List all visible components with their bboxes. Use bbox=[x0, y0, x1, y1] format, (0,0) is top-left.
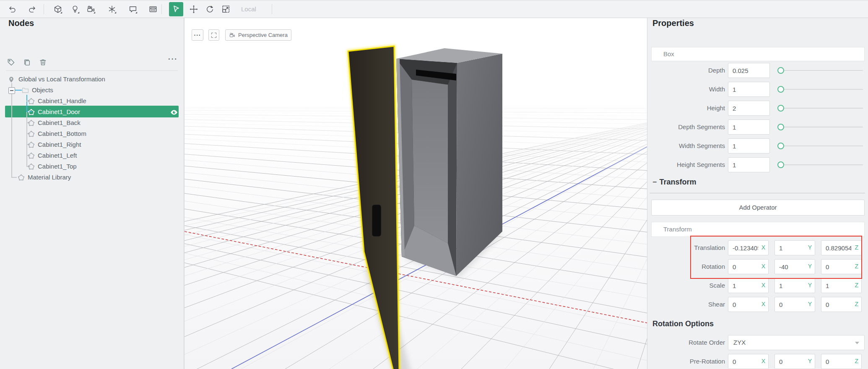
tree-item-cabinet1-back[interactable]: Cabinet1_Back bbox=[0, 117, 184, 128]
slider-knob[interactable] bbox=[777, 86, 784, 93]
viewport-fullscreen-button[interactable] bbox=[208, 29, 219, 41]
asset-board-button[interactable] bbox=[146, 2, 160, 16]
add-mesh-button[interactable] bbox=[51, 2, 65, 16]
cube-icon bbox=[53, 5, 62, 14]
toolbar-separator bbox=[161, 4, 162, 14]
pre-rotation-row: Pre-Rotation X Y Z bbox=[647, 353, 868, 369]
axis-x-label: X bbox=[761, 244, 765, 251]
transform-section-header[interactable]: −Transform bbox=[652, 178, 696, 187]
mesh-node-icon bbox=[28, 98, 35, 105]
height-input[interactable] bbox=[728, 101, 770, 116]
axis-y-label: Y bbox=[808, 244, 812, 251]
camera-selector-button[interactable]: Perspective Camera bbox=[225, 29, 291, 41]
asset-board-icon bbox=[148, 5, 158, 14]
property-row-height-segments: Height Segments bbox=[647, 157, 868, 173]
scale-row: Scale X Y Z bbox=[647, 278, 868, 294]
axis-x-label: X bbox=[761, 282, 765, 288]
axis-z-label: Z bbox=[855, 301, 858, 307]
property-row-height: Height bbox=[647, 100, 868, 116]
add-camera-button[interactable] bbox=[84, 2, 98, 16]
scale-tool-button[interactable] bbox=[219, 2, 233, 16]
axis-y-label: Y bbox=[808, 301, 812, 307]
coordinate-space-selector[interactable]: Local bbox=[241, 1, 256, 18]
axis-y-label: Y bbox=[808, 263, 812, 270]
mesh-node-icon bbox=[28, 141, 35, 148]
axis-x-label: X bbox=[761, 301, 765, 307]
box-section-header[interactable]: Box bbox=[651, 47, 865, 61]
depth-input[interactable] bbox=[728, 63, 770, 78]
door-handle bbox=[372, 205, 381, 236]
add-particles-button[interactable] bbox=[105, 2, 119, 16]
particle-icon bbox=[107, 5, 117, 14]
scene-render bbox=[185, 17, 647, 369]
move-tool-button[interactable] bbox=[187, 2, 201, 16]
viewport-menu-button[interactable]: ··· bbox=[192, 29, 203, 41]
redo-button[interactable] bbox=[25, 2, 39, 16]
shear-row: Shear X Y Z bbox=[647, 296, 868, 312]
slider-knob[interactable] bbox=[777, 143, 784, 149]
rotate-order-value: ZYX bbox=[733, 339, 746, 346]
height-slider[interactable] bbox=[776, 100, 865, 116]
axis-z-label: Z bbox=[855, 358, 858, 364]
library-node-icon bbox=[18, 174, 25, 181]
divider bbox=[650, 193, 865, 193]
height-segments-slider[interactable] bbox=[776, 157, 865, 173]
width-input[interactable] bbox=[728, 82, 770, 97]
add-annotation-button[interactable] bbox=[126, 2, 140, 16]
cabinet-body[interactable] bbox=[396, 48, 502, 276]
scene-pin-icon bbox=[8, 76, 15, 83]
toolbar-separator bbox=[272, 4, 272, 14]
collapse-expander-icon[interactable] bbox=[8, 87, 15, 94]
visibility-eye-icon[interactable] bbox=[170, 109, 178, 116]
width-segments-slider[interactable] bbox=[776, 138, 865, 154]
slider-knob[interactable] bbox=[777, 105, 784, 112]
redo-icon bbox=[28, 5, 37, 14]
expand-icon bbox=[211, 32, 217, 39]
tree-item-cabinet1-bottom[interactable]: Cabinet1_Bottom bbox=[0, 128, 184, 139]
tree-item-cabinet1-door[interactable]: Cabinet1_Door bbox=[0, 107, 184, 117]
undo-button[interactable] bbox=[5, 2, 19, 16]
property-row-width: Width bbox=[647, 81, 868, 97]
rotate-order-row: Rotate Order ZYX bbox=[647, 335, 868, 351]
undo-icon bbox=[8, 5, 17, 14]
height-segments-input[interactable] bbox=[728, 157, 770, 172]
mesh-node-icon bbox=[28, 109, 35, 116]
axis-y-label: Y bbox=[808, 358, 812, 364]
tree-row-root[interactable]: Global vs Local Transformation bbox=[0, 74, 184, 85]
properties-title: Properties bbox=[652, 18, 694, 28]
rotate-order-select[interactable]: ZYX bbox=[728, 335, 865, 350]
select-icon bbox=[172, 5, 181, 14]
depth-slider[interactable] bbox=[776, 62, 865, 78]
rotate-icon bbox=[205, 5, 214, 14]
depth-segments-slider[interactable] bbox=[776, 119, 865, 135]
move-icon bbox=[189, 5, 198, 14]
add-light-button[interactable] bbox=[68, 2, 82, 16]
translation-row: Translation X Y Z bbox=[647, 240, 868, 256]
width-segments-input[interactable] bbox=[728, 138, 770, 153]
transform-subsection-header[interactable]: Transform bbox=[651, 222, 865, 237]
add-operator-button[interactable]: Add Operator bbox=[651, 200, 865, 216]
viewport-3d-canvas[interactable]: ··· Perspective Camera bbox=[185, 17, 647, 369]
slider-knob[interactable] bbox=[777, 67, 784, 74]
slider-knob[interactable] bbox=[777, 161, 784, 168]
chevron-down-icon bbox=[855, 342, 859, 344]
mesh-node-icon bbox=[28, 152, 35, 159]
width-slider[interactable] bbox=[776, 81, 865, 97]
mesh-node-icon bbox=[28, 163, 35, 170]
tree-item-cabinet1-handle[interactable]: Cabinet1_Handle bbox=[0, 96, 184, 107]
tree-row-objects[interactable]: Objects bbox=[0, 85, 184, 96]
depth-segments-input[interactable] bbox=[728, 120, 770, 135]
tree-item-material-library[interactable]: Material Library bbox=[0, 172, 184, 183]
tree-item-cabinet1-top[interactable]: Cabinet1_Top bbox=[0, 161, 184, 172]
nodes-tree: Global vs Local Transformation Objects C… bbox=[0, 17, 184, 369]
slider-knob[interactable] bbox=[777, 124, 784, 130]
tree-item-cabinet1-left[interactable]: Cabinet1_Left bbox=[0, 150, 184, 161]
property-row-depth-segments: Depth Segments bbox=[647, 119, 868, 135]
select-tool-button[interactable] bbox=[169, 2, 183, 16]
scale-icon bbox=[221, 5, 231, 14]
tree-item-cabinet1-right[interactable]: Cabinet1_Right bbox=[0, 139, 184, 150]
rotate-tool-button[interactable] bbox=[203, 2, 217, 16]
folder-icon bbox=[22, 87, 29, 94]
property-row-depth: Depth bbox=[647, 62, 868, 78]
collapse-minus-icon[interactable]: − bbox=[652, 178, 657, 186]
